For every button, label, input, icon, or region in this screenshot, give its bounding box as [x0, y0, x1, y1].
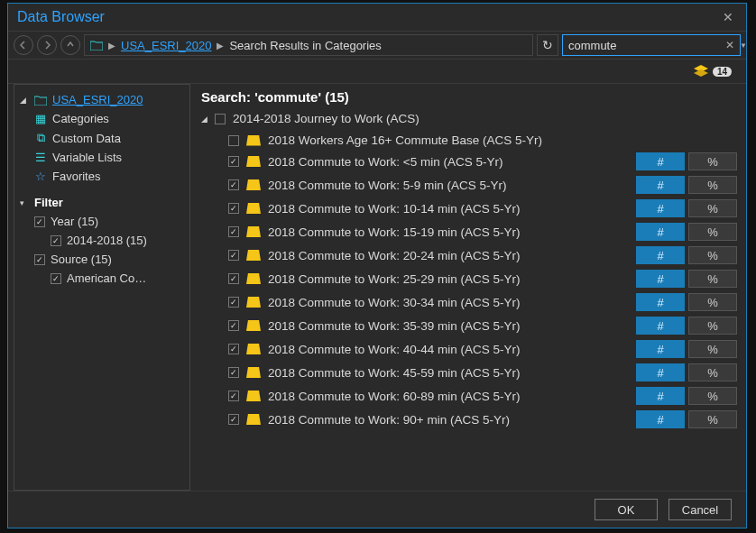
variable-row[interactable]: 2018 Commute to Work: 10-14 min (ACS 5-Y…	[199, 197, 737, 220]
filter-source-item[interactable]: American Co…	[14, 269, 189, 288]
percent-button[interactable]: %	[688, 152, 737, 170]
checkbox-icon[interactable]	[228, 135, 239, 146]
checkbox-icon[interactable]	[228, 297, 239, 308]
checkbox-icon[interactable]	[51, 273, 61, 284]
checkbox-icon[interactable]	[228, 344, 239, 354]
checkbox-icon[interactable]	[228, 367, 239, 378]
variable-row[interactable]: 2018 Commute to Work: <5 min (ACS 5-Yr)#…	[199, 150, 737, 173]
checkbox-icon[interactable]	[51, 235, 61, 246]
count-button[interactable]: #	[636, 363, 685, 381]
filter-source-item-label: American Co…	[67, 271, 146, 285]
collapse-icon[interactable]: ◢	[20, 96, 29, 105]
variable-row[interactable]: 2018 Commute to Work: 30-34 min (ACS 5-Y…	[199, 290, 737, 314]
checkbox-icon[interactable]	[228, 273, 239, 284]
checkbox-icon[interactable]	[34, 216, 45, 227]
percent-button[interactable]: %	[688, 199, 737, 217]
count-button[interactable]: #	[636, 223, 685, 241]
sidebar-item-categories[interactable]: ▦ Categories	[14, 109, 189, 128]
percent-button[interactable]: %	[688, 293, 737, 311]
checkbox-icon[interactable]	[228, 203, 239, 214]
checkbox-icon[interactable]	[228, 226, 239, 237]
search-dropdown-icon[interactable]: ▼	[740, 41, 747, 50]
collapse-icon[interactable]: ▾	[20, 198, 29, 207]
tree-root[interactable]: ◢ USA_ESRI_2020	[14, 90, 189, 109]
checkbox-icon[interactable]	[228, 320, 239, 331]
variable-row[interactable]: 2018 Commute to Work: 90+ min (ACS 5-Yr)…	[199, 408, 737, 431]
filter-year-range-label: 2014-2018 (15)	[67, 234, 147, 247]
variable-row[interactable]: 2018 Commute to Work: 45-59 min (ACS 5-Y…	[199, 361, 737, 384]
variable-label: 2018 Commute to Work: 5-9 min (ACS 5-Yr)	[268, 179, 629, 192]
variable-icon	[246, 226, 261, 237]
unit-toggle: #%	[636, 387, 737, 405]
percent-button[interactable]: %	[688, 246, 737, 264]
variable-label: 2018 Commute to Work: 90+ min (ACS 5-Yr)	[268, 413, 629, 427]
ok-button[interactable]: OK	[595, 499, 658, 520]
filter-year-range[interactable]: 2014-2018 (15)	[14, 231, 189, 250]
checkbox-icon[interactable]	[228, 391, 239, 401]
variable-row[interactable]: 2018 Commute to Work: 20-24 min (ACS 5-Y…	[199, 244, 737, 267]
unit-toggle: #%	[636, 340, 737, 358]
count-button[interactable]: #	[636, 246, 685, 264]
percent-button[interactable]: %	[688, 363, 737, 381]
collapse-icon[interactable]: ◢	[201, 115, 207, 124]
nav-back-button[interactable]	[14, 35, 33, 55]
filter-year[interactable]: Year (15)	[14, 212, 189, 231]
percent-button[interactable]: %	[688, 176, 737, 194]
variable-row[interactable]: 2018 Commute to Work: 15-19 min (ACS 5-Y…	[199, 220, 737, 244]
nav-forward-button[interactable]	[37, 35, 57, 55]
breadcrumb-root-link[interactable]: USA_ESRI_2020	[121, 39, 211, 52]
count-button[interactable]: #	[636, 410, 685, 428]
breadcrumb[interactable]: ▶ USA_ESRI_2020 ▶ Search Results in Cate…	[84, 34, 533, 56]
tree-root-label[interactable]: USA_ESRI_2020	[52, 93, 143, 106]
sidebar-item-custom-data[interactable]: ⧉ Custom Data	[14, 128, 189, 148]
nav-up-button[interactable]	[60, 35, 80, 55]
checkbox-icon[interactable]	[228, 156, 239, 167]
percent-button[interactable]: %	[688, 223, 737, 241]
sidebar-item-variable-lists[interactable]: ☰ Variable Lists	[14, 148, 189, 167]
data-browser-dialog: Data Browser ✕ ▶ USA_ESRI_2020 ▶ Search …	[7, 3, 747, 528]
filter-source[interactable]: Source (15)	[14, 250, 189, 269]
sidebar-item-favorites[interactable]: ☆ Favorites	[14, 167, 189, 186]
filter-heading[interactable]: ▾ Filter	[14, 193, 189, 212]
checkbox-icon[interactable]	[228, 179, 239, 190]
percent-button[interactable]: %	[688, 270, 737, 288]
count-button[interactable]: #	[636, 199, 685, 217]
variable-icon	[246, 391, 261, 401]
variable-row[interactable]: 2018 Commute to Work: 5-9 min (ACS 5-Yr)…	[199, 173, 737, 197]
unit-toggle: #%	[636, 270, 737, 288]
count-button[interactable]: #	[636, 317, 685, 335]
percent-button[interactable]: %	[688, 387, 737, 405]
checkbox-icon[interactable]	[228, 250, 239, 261]
selection-count-badge: 14	[713, 67, 732, 77]
titlebar: Data Browser ✕	[8, 4, 746, 31]
count-button[interactable]: #	[636, 152, 685, 170]
variable-row[interactable]: 2018 Commute to Work: 25-29 min (ACS 5-Y…	[199, 267, 737, 290]
cancel-button[interactable]: Cancel	[668, 499, 732, 520]
refresh-button[interactable]: ↻	[537, 34, 558, 56]
search-input[interactable]	[568, 39, 720, 52]
variable-row[interactable]: 2018 Workers Age 16+ Commute Base (ACS 5…	[199, 131, 737, 150]
sidebar-item-label: Favorites	[52, 170, 100, 183]
clear-search-icon[interactable]: ✕	[725, 39, 734, 51]
results-group[interactable]: ◢ 2014-2018 Journey to Work (ACS)	[199, 110, 742, 131]
close-icon[interactable]: ✕	[719, 10, 737, 24]
count-button[interactable]: #	[636, 293, 685, 311]
variable-row[interactable]: 2018 Commute to Work: 60-89 min (ACS 5-Y…	[199, 384, 737, 408]
percent-button[interactable]: %	[688, 340, 737, 358]
unit-toggle: #%	[636, 293, 737, 311]
count-button[interactable]: #	[636, 270, 685, 288]
variable-icon	[246, 320, 261, 331]
variable-row[interactable]: 2018 Commute to Work: 35-39 min (ACS 5-Y…	[199, 314, 737, 337]
checkbox-icon[interactable]	[228, 414, 239, 425]
percent-button[interactable]: %	[688, 410, 737, 428]
count-button[interactable]: #	[636, 387, 685, 405]
variable-label: 2018 Commute to Work: 60-89 min (ACS 5-Y…	[268, 390, 629, 403]
count-button[interactable]: #	[636, 176, 685, 194]
variable-list[interactable]: 2018 Workers Age 16+ Commute Base (ACS 5…	[199, 131, 742, 491]
group-checkbox-icon[interactable]	[215, 114, 226, 124]
count-button[interactable]: #	[636, 340, 685, 358]
variable-row[interactable]: 2018 Commute to Work: 40-44 min (ACS 5-Y…	[199, 337, 737, 361]
layers-icon[interactable]	[693, 64, 709, 78]
percent-button[interactable]: %	[688, 317, 737, 335]
checkbox-icon[interactable]	[34, 254, 45, 265]
